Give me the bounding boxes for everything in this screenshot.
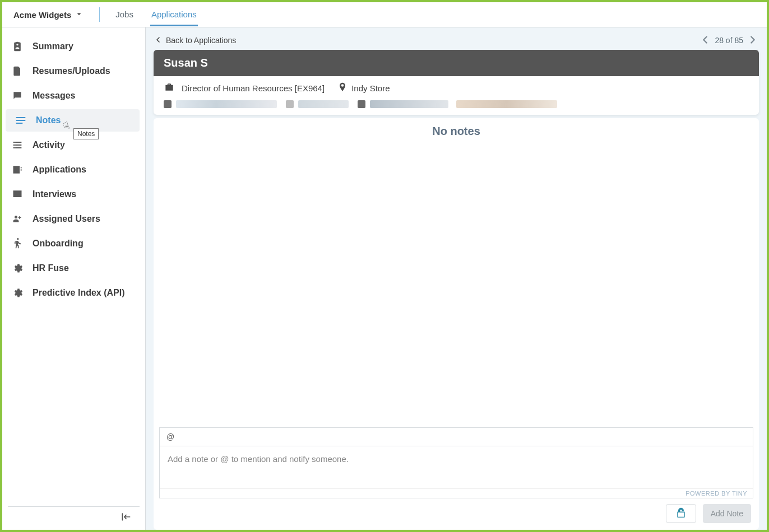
assign-user-icon xyxy=(11,213,24,225)
sidebar-item-label: HR Fuse xyxy=(33,263,69,273)
file-icon xyxy=(11,66,24,77)
sidebar-item-label: Activity xyxy=(33,140,65,150)
sidebar-collapse-button[interactable] xyxy=(8,506,140,530)
notes-icon xyxy=(15,115,27,126)
add-note-button[interactable]: Add Note xyxy=(703,504,751,523)
mention-button[interactable]: @ xyxy=(166,432,174,441)
walk-icon xyxy=(11,238,24,249)
sidebar-item-label: Assigned Users xyxy=(33,214,100,224)
tab-jobs[interactable]: Jobs xyxy=(114,3,135,26)
sidebar-item-predictive-index[interactable]: Predictive Index (API) xyxy=(2,282,145,304)
pager-prev[interactable] xyxy=(699,34,711,48)
no-notes-message: No notes xyxy=(154,118,759,144)
sidebar-item-label: Summary xyxy=(33,41,73,52)
applicant-contact-redacted xyxy=(154,100,759,115)
applicant-card: Susan S Director of Human Resources [EX9… xyxy=(154,50,759,115)
collapse-left-icon xyxy=(121,514,132,525)
editor-powered-by: POWERED BY TINY xyxy=(160,488,753,498)
tab-applications[interactable]: Applications xyxy=(150,3,198,26)
divider xyxy=(99,7,100,22)
sidebar-item-label: Onboarding xyxy=(33,239,84,249)
gear-icon xyxy=(11,287,24,298)
list-icon xyxy=(11,139,24,151)
org-name: Acme Widgets xyxy=(13,10,71,20)
lock-open-icon xyxy=(675,507,687,520)
briefcase-icon xyxy=(164,82,175,95)
note-editor: @ Add a note or @ to mention and notify … xyxy=(159,427,753,498)
sidebar-item-messages[interactable]: Messages xyxy=(2,85,145,107)
applicant-pager: 28 of 85 xyxy=(699,34,759,48)
sidebar-item-interviews[interactable]: Interviews xyxy=(2,183,145,206)
gear-icon xyxy=(11,263,24,274)
sidebar-item-label: Predictive Index (API) xyxy=(33,288,125,298)
job-title: Director of Human Resources [EX964] xyxy=(182,83,325,93)
sidebar-item-applications[interactable]: Applications xyxy=(2,158,145,181)
back-label: Back to Applications xyxy=(166,36,236,45)
sidebar-item-label: Notes xyxy=(36,115,61,125)
sidebar-item-label: Messages xyxy=(33,91,76,101)
sidebar-item-notes[interactable]: Notes xyxy=(6,109,140,132)
chevron-down-icon xyxy=(75,10,84,20)
sidebar-item-hr-fuse[interactable]: HR Fuse xyxy=(2,257,145,279)
people-pane-icon xyxy=(11,189,24,200)
applicant-name: Susan S xyxy=(154,50,759,76)
note-input[interactable]: Add a note or @ to mention and notify so… xyxy=(160,446,753,488)
editor-toolbar[interactable]: @ xyxy=(160,428,753,446)
message-icon xyxy=(11,90,24,101)
top-nav: Jobs Applications xyxy=(114,3,198,26)
sidebar: Summary Resumes/Uploads Messages Notes A… xyxy=(2,27,146,530)
clipboard-user-icon xyxy=(11,41,24,52)
chevron-left-icon xyxy=(154,35,163,46)
sidebar-item-label: Resumes/Uploads xyxy=(33,66,110,76)
pager-text: 28 of 85 xyxy=(715,36,743,45)
back-to-applications-link[interactable]: Back to Applications xyxy=(154,35,236,46)
location: Indy Store xyxy=(351,83,390,93)
sidebar-item-label: Applications xyxy=(33,165,86,175)
tooltip-notes: Notes xyxy=(73,128,99,139)
note-lock-toggle[interactable] xyxy=(666,504,696,523)
pager-next[interactable] xyxy=(747,34,759,48)
org-selector[interactable]: Acme Widgets xyxy=(10,6,87,24)
sidebar-item-summary[interactable]: Summary xyxy=(2,35,145,58)
sidebar-item-onboarding[interactable]: Onboarding xyxy=(2,232,145,255)
sidebar-item-resumes[interactable]: Resumes/Uploads xyxy=(2,60,145,82)
sidebar-item-assigned-users[interactable]: Assigned Users xyxy=(2,208,145,230)
pin-icon xyxy=(337,82,348,95)
contact-list-icon xyxy=(11,164,24,175)
sidebar-item-label: Interviews xyxy=(33,189,76,199)
